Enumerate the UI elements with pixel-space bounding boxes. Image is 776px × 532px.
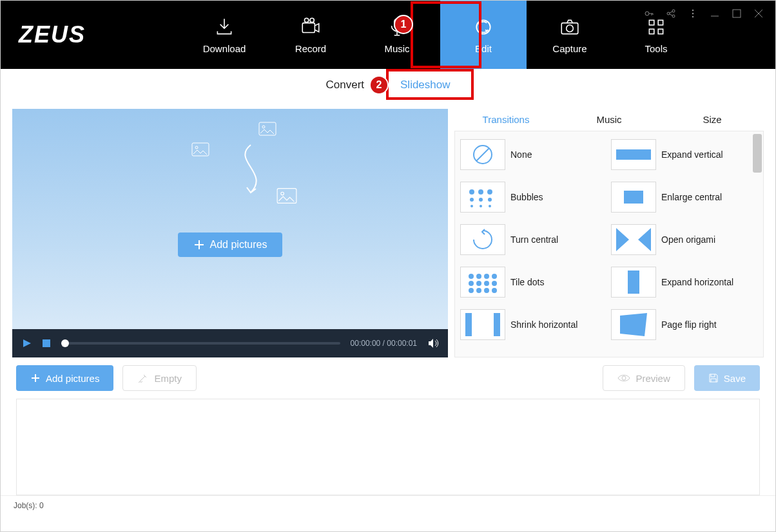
svg-point-4 xyxy=(476,20,490,33)
svg-point-53 xyxy=(622,376,626,380)
add-pictures-center-button[interactable]: Add pictures xyxy=(178,233,283,257)
nav-music[interactable]: Music xyxy=(354,1,440,69)
minimize-icon[interactable] xyxy=(710,8,720,19)
jobs-label: Job(s): xyxy=(14,501,37,510)
svg-rect-37 xyxy=(624,191,643,204)
svg-point-45 xyxy=(492,281,497,286)
nav-download-label: Download xyxy=(203,43,246,54)
share-icon[interactable] xyxy=(666,8,676,19)
svg-point-46 xyxy=(469,288,474,293)
svg-point-6 xyxy=(567,24,574,32)
svg-point-47 xyxy=(476,288,481,293)
save-button[interactable]: Save xyxy=(694,365,760,391)
transitions-grid[interactable]: None Expand vertical Bubbles Enlarge cen xyxy=(454,131,764,357)
logo: ZEUS xyxy=(1,21,181,48)
capture-icon xyxy=(559,16,581,38)
shrink-horizontal-icon xyxy=(465,313,500,336)
maximize-icon[interactable] xyxy=(732,8,742,19)
menu-dots-icon[interactable] xyxy=(688,8,698,19)
svg-point-28 xyxy=(469,189,474,195)
side-tab-size[interactable]: Size xyxy=(661,109,764,131)
side-tabs: Transitions Music Size xyxy=(454,109,764,131)
timecode: 00:00:00 / 00:00:01 xyxy=(351,339,417,348)
svg-rect-0 xyxy=(302,23,315,32)
transition-bubbles[interactable]: Bubbles xyxy=(460,182,607,213)
scrollbar[interactable] xyxy=(753,134,762,173)
nav-capture[interactable]: Capture xyxy=(527,1,613,69)
buttons-row: Add pictures Empty Preview Save xyxy=(1,357,775,399)
turn-central-icon xyxy=(465,228,500,251)
side-column: Transitions Music Size None Expand verti… xyxy=(454,109,764,357)
expand-horizontal-icon xyxy=(616,271,651,294)
volume-icon[interactable] xyxy=(427,337,439,349)
seek-thumb[interactable] xyxy=(61,339,69,347)
svg-point-33 xyxy=(488,198,492,202)
nav-download[interactable]: Download xyxy=(181,1,267,69)
none-icon xyxy=(465,143,500,166)
svg-rect-7 xyxy=(649,20,654,24)
transition-enlarge-central[interactable]: Enlarge central xyxy=(611,182,758,213)
transition-tile-dots[interactable]: Tile dots xyxy=(460,267,607,298)
nav-edit[interactable]: Edit xyxy=(440,1,527,69)
svg-point-20 xyxy=(195,146,198,149)
transition-open-origami[interactable]: Open origami xyxy=(611,224,758,255)
picture-icon xyxy=(276,187,297,204)
svg-point-15 xyxy=(692,10,694,12)
key-icon[interactable] xyxy=(644,8,654,19)
jobs-list xyxy=(16,399,760,495)
side-tab-music[interactable]: Music xyxy=(558,109,661,131)
svg-rect-3 xyxy=(394,19,400,28)
svg-point-12 xyxy=(667,12,670,15)
preview-canvas: Add pictures xyxy=(12,109,448,329)
svg-rect-52 xyxy=(494,313,500,336)
empty-button[interactable]: Empty xyxy=(122,365,197,391)
transition-turn-central[interactable]: Turn central xyxy=(460,224,607,255)
transition-expand-vertical[interactable]: Expand vertical xyxy=(611,139,758,170)
svg-point-13 xyxy=(672,10,675,12)
preview-button[interactable]: Preview xyxy=(603,365,684,391)
play-icon[interactable] xyxy=(21,338,32,348)
svg-point-17 xyxy=(692,16,694,18)
svg-point-1 xyxy=(304,18,308,22)
svg-point-42 xyxy=(469,281,474,286)
svg-point-16 xyxy=(692,13,694,15)
stop-icon[interactable] xyxy=(42,339,51,348)
subtab-convert[interactable]: Convert xyxy=(325,79,364,91)
svg-point-11 xyxy=(645,12,649,15)
svg-point-38 xyxy=(469,274,474,279)
side-tab-transitions[interactable]: Transitions xyxy=(454,109,558,131)
svg-point-43 xyxy=(476,281,481,286)
open-origami-icon xyxy=(616,228,651,251)
app-window: ZEUS Download Record Music Edit Capture xyxy=(0,0,776,532)
add-pictures-button[interactable]: Add pictures xyxy=(16,365,113,391)
tile-dots-icon xyxy=(465,271,500,294)
svg-point-41 xyxy=(492,274,497,279)
svg-point-31 xyxy=(470,198,474,202)
nav-record[interactable]: Record xyxy=(267,1,354,69)
svg-point-30 xyxy=(487,189,492,195)
subtab-slideshow[interactable]: Slideshow xyxy=(400,79,451,91)
transition-none[interactable]: None xyxy=(460,139,607,170)
top-nav: Download Record Music Edit Capture Tools xyxy=(181,1,699,69)
tools-icon xyxy=(645,16,667,38)
music-icon xyxy=(386,16,408,38)
seek-bar[interactable] xyxy=(61,342,340,345)
picture-icon xyxy=(191,142,209,157)
svg-rect-8 xyxy=(658,20,663,24)
svg-point-34 xyxy=(470,205,473,207)
enlarge-central-icon xyxy=(616,185,651,209)
close-icon[interactable] xyxy=(753,8,764,19)
svg-point-24 xyxy=(281,192,284,195)
svg-point-40 xyxy=(484,274,489,279)
broom-icon xyxy=(137,372,149,384)
nav-edit-label: Edit xyxy=(475,43,492,54)
plus-icon xyxy=(193,239,205,251)
nav-capture-label: Capture xyxy=(552,43,587,54)
svg-rect-9 xyxy=(649,29,654,33)
transition-expand-horizontal[interactable]: Expand horizontal xyxy=(611,267,758,298)
transition-shrink-horizontal[interactable]: Shrink horizontal xyxy=(460,309,607,340)
eye-icon xyxy=(617,374,630,383)
svg-point-39 xyxy=(476,274,481,279)
transition-page-flip-right[interactable]: Page flip right xyxy=(611,309,758,340)
svg-rect-51 xyxy=(465,313,472,336)
